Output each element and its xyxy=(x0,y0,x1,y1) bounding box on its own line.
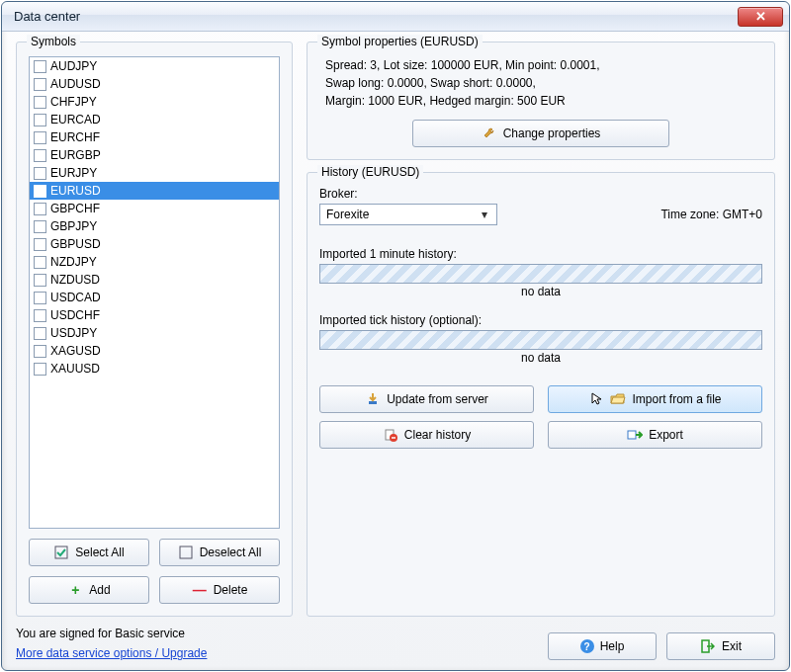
exit-button[interactable]: Exit xyxy=(666,632,775,660)
symbol-row-usdchf[interactable]: USDCHF xyxy=(30,306,279,324)
svg-rect-5 xyxy=(628,431,636,439)
symbol-row-gbpjpy[interactable]: GBPJPY xyxy=(30,217,279,235)
symbol-row-xagusd[interactable]: XAGUSD xyxy=(30,342,279,360)
symbol-label: AUDJPY xyxy=(50,59,97,73)
delete-button[interactable]: — Delete xyxy=(159,576,280,604)
properties-line3: Margin: 1000 EUR, Hedged margin: 500 EUR xyxy=(325,92,762,110)
symbols-group: Symbols AUDJPYAUDUSDCHFJPYEURCADEURCHFEU… xyxy=(16,42,293,617)
symbol-checkbox[interactable] xyxy=(34,309,46,322)
symbol-row-gbpchf[interactable]: GBPCHF xyxy=(30,200,279,217)
download-icon xyxy=(365,391,381,407)
help-icon: ? xyxy=(580,639,594,653)
close-button[interactable]: ✕ xyxy=(738,7,783,27)
close-icon: ✕ xyxy=(755,9,766,24)
delete-label: Delete xyxy=(214,583,248,597)
wrench-icon xyxy=(482,126,497,141)
symbol-checkbox[interactable] xyxy=(34,363,46,376)
symbol-label: EURCHF xyxy=(50,130,100,144)
select-all-label: Select All xyxy=(75,546,124,559)
symbol-checkbox[interactable] xyxy=(34,167,46,180)
symbol-checkbox[interactable] xyxy=(34,220,46,233)
symbol-checkbox[interactable] xyxy=(34,292,46,304)
symbol-label: NZDJPY xyxy=(50,255,97,269)
symbol-label: NZDUSD xyxy=(50,273,100,287)
symbol-row-nzdusd[interactable]: NZDUSD xyxy=(30,271,279,289)
svg-rect-1 xyxy=(180,546,192,558)
folder-open-icon xyxy=(610,391,626,407)
symbol-row-gbpusd[interactable]: GBPUSD xyxy=(30,235,279,253)
exit-label: Exit xyxy=(722,639,742,653)
broker-label: Broker: xyxy=(319,187,762,201)
symbol-row-usdjpy[interactable]: USDJPY xyxy=(30,324,279,342)
symbol-checkbox[interactable] xyxy=(34,345,46,358)
properties-line1: Spread: 3, Lot size: 100000 EUR, Min poi… xyxy=(325,56,762,74)
symbol-row-xauusd[interactable]: XAUUSD xyxy=(30,360,279,378)
symbol-label: USDCHF xyxy=(50,308,100,322)
symbol-row-eurcad[interactable]: EURCAD xyxy=(30,111,279,128)
help-button[interactable]: ? Help xyxy=(548,632,657,660)
update-from-server-button[interactable]: Update from server xyxy=(319,385,534,413)
symbol-checkbox[interactable] xyxy=(34,238,46,251)
symbol-checkbox[interactable] xyxy=(34,203,46,215)
symbol-checkbox[interactable] xyxy=(34,327,46,340)
symbol-label: EURJPY xyxy=(50,166,97,180)
upgrade-link[interactable]: More data service options / Upgrade xyxy=(16,646,207,660)
symbol-row-audjpy[interactable]: AUDJPY xyxy=(30,57,279,75)
symbol-row-eurusd[interactable]: EURUSD xyxy=(30,182,279,200)
add-label: Add xyxy=(89,583,110,597)
tick-history-label: Imported tick history (optional): xyxy=(319,313,762,327)
symbol-checkbox[interactable] xyxy=(34,274,46,287)
help-label: Help xyxy=(600,639,625,653)
change-properties-button[interactable]: Change properties xyxy=(412,120,669,147)
update-label: Update from server xyxy=(387,392,488,406)
properties-line2: Swap long: 0.0000, Swap short: 0.0000, xyxy=(325,74,762,92)
export-button[interactable]: Export xyxy=(548,421,762,449)
import-label: Import from a file xyxy=(632,392,721,406)
symbol-row-eurchf[interactable]: EURCHF xyxy=(30,128,279,146)
symbol-row-eurgbp[interactable]: EURGBP xyxy=(30,146,279,164)
properties-group: Symbol properties (EURUSD) Spread: 3, Lo… xyxy=(307,42,775,160)
broker-combo[interactable]: Forexite ▾ xyxy=(319,204,497,225)
clear-history-button[interactable]: Clear history xyxy=(319,421,534,449)
symbol-checkbox[interactable] xyxy=(34,60,46,73)
deselect-all-button[interactable]: Deselect All xyxy=(159,539,280,566)
symbol-checkbox[interactable] xyxy=(34,256,46,269)
history-legend: History (EURUSD) xyxy=(317,165,423,179)
symbol-checkbox[interactable] xyxy=(34,96,46,109)
symbol-row-audusd[interactable]: AUDUSD xyxy=(30,75,279,93)
import-from-file-button[interactable]: Import from a file xyxy=(548,385,762,413)
symbol-row-nzdjpy[interactable]: NZDJPY xyxy=(30,253,279,271)
symbol-row-usdcad[interactable]: USDCAD xyxy=(30,289,279,306)
symbol-checkbox[interactable] xyxy=(34,149,46,162)
clear-icon xyxy=(383,427,398,443)
symbol-label: EURCAD xyxy=(50,113,101,126)
symbol-label: GBPJPY xyxy=(50,219,97,233)
svg-rect-2 xyxy=(369,401,377,404)
symbols-list[interactable]: AUDJPYAUDUSDCHFJPYEURCADEURCHFEURGBPEURJ… xyxy=(29,56,280,529)
symbol-row-eurjpy[interactable]: EURJPY xyxy=(30,164,279,182)
tick-history-status: no data xyxy=(320,349,761,365)
properties-legend: Symbol properties (EURUSD) xyxy=(317,35,483,48)
minute-history-status: no data xyxy=(320,283,761,298)
select-all-button[interactable]: Select All xyxy=(29,539,149,566)
svg-rect-0 xyxy=(55,546,67,558)
symbol-checkbox[interactable] xyxy=(34,78,46,91)
broker-value: Forexite xyxy=(326,208,369,221)
change-properties-label: Change properties xyxy=(503,126,601,140)
timezone-text: Time zone: GMT+0 xyxy=(660,208,762,221)
symbol-checkbox[interactable] xyxy=(34,131,46,144)
add-button[interactable]: + Add xyxy=(29,576,149,604)
symbol-row-chfjpy[interactable]: CHFJPY xyxy=(30,93,279,111)
deselect-all-label: Deselect All xyxy=(200,546,262,559)
symbol-checkbox[interactable] xyxy=(34,114,46,126)
symbol-label: GBPCHF xyxy=(50,202,100,215)
symbol-label: USDCAD xyxy=(50,291,101,304)
minute-history-bar: no data xyxy=(319,264,762,284)
exit-icon xyxy=(700,638,716,654)
cursor-icon xyxy=(588,391,604,407)
properties-text: Spread: 3, Lot size: 100000 EUR, Min poi… xyxy=(319,56,762,110)
plus-icon: + xyxy=(67,582,83,598)
history-group: History (EURUSD) Broker: Forexite ▾ Time… xyxy=(307,172,775,617)
symbol-checkbox[interactable] xyxy=(34,185,46,198)
titlebar: Data center ✕ xyxy=(2,2,789,32)
